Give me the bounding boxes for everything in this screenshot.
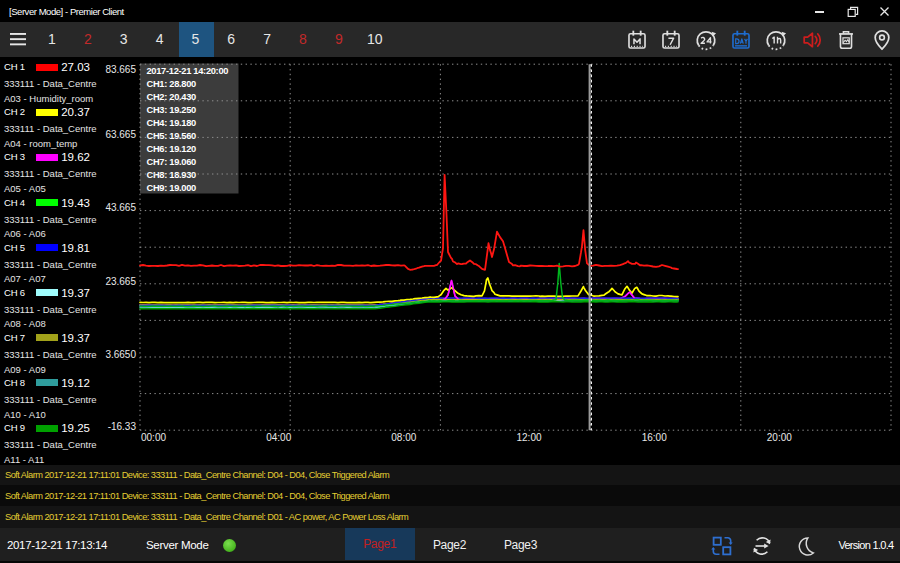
svg-text:00:00: 00:00 xyxy=(141,432,166,443)
svg-text:16:00: 16:00 xyxy=(642,432,667,443)
svg-text:43.665: 43.665 xyxy=(105,202,136,213)
svg-text:04:00: 04:00 xyxy=(266,432,291,443)
svg-text:-16.33: -16.33 xyxy=(108,421,137,432)
svg-text:2017-12-21 14:20:00: 2017-12-21 14:20:00 xyxy=(147,66,229,76)
svg-text:08:00: 08:00 xyxy=(391,432,416,443)
svg-text:CH7: 19.060: CH7: 19.060 xyxy=(147,157,197,167)
svg-text:20:00: 20:00 xyxy=(767,432,792,443)
svg-text:CH9: 19.000: CH9: 19.000 xyxy=(147,183,197,193)
svg-text:CH6: 19.120: CH6: 19.120 xyxy=(147,144,197,154)
svg-text:CH1: 28.800: CH1: 28.800 xyxy=(147,79,197,89)
svg-text:CH8: 18.930: CH8: 18.930 xyxy=(147,170,197,180)
svg-text:CH4: 19.180: CH4: 19.180 xyxy=(147,118,197,128)
svg-text:12:00: 12:00 xyxy=(517,432,542,443)
svg-text:CH3: 19.250: CH3: 19.250 xyxy=(147,105,197,115)
svg-text:83.665: 83.665 xyxy=(105,64,136,75)
svg-text:CH5: 19.560: CH5: 19.560 xyxy=(147,131,197,141)
